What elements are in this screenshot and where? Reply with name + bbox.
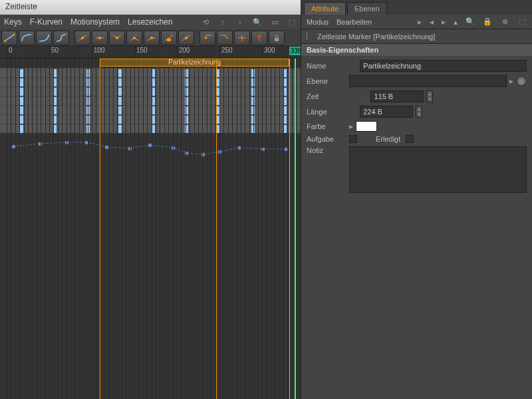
svg-point-5 [133,37,136,39]
menu-bookmarks[interactable]: Lesezeichen [128,17,172,27]
tool-ease[interactable] [53,31,69,45]
menu-bearbeiten[interactable]: Bearbeiten [336,18,372,26]
tab-ebenen[interactable]: Ebenen [347,2,387,15]
right-icon[interactable]: › [235,17,245,27]
spinner-zeit[interactable]: ▲▼ [426,90,433,102]
nav-back-icon[interactable]: ◂ [430,17,434,27]
input-ebene[interactable] [349,75,507,87]
tool-tangent-3[interactable] [109,31,125,45]
ruler-tick: 200 [177,47,190,59]
playhead-label[interactable]: 338 [289,47,301,55]
tool-snap-2[interactable] [217,31,233,45]
ebene-picker-icon[interactable]: ▸ [509,76,513,86]
ruler-tick: 0 [7,47,13,59]
keyframe[interactable] [152,116,155,124]
label-laenge: Länge [307,108,346,116]
tool-ease-in[interactable] [19,31,35,45]
section-basic-props[interactable]: Basis-Eigenschaften [301,44,532,56]
spinner-laenge[interactable]: ▲▼ [416,106,422,118]
color-swatch[interactable] [356,121,377,132]
nav-up-icon[interactable]: ▴ [454,17,458,27]
attr-dock-icon[interactable]: ⬚ [517,17,527,27]
timeline-area[interactable]: Partikelzeichnung [0,59,301,399]
search-icon[interactable]: 🔍 [253,17,262,27]
input-laenge[interactable] [360,106,413,118]
attribute-panel: Attribute Ebenen Modus Bearbeiten ▸ ◂ ▸ … [301,0,532,399]
label-notiz: Notiz [307,146,346,154]
ruler-tick: 300 [262,47,275,59]
timeline-menu-bar: Keys F-Kurven Motionsystem Lesezeichen ⟲… [0,15,301,29]
maximize-icon[interactable]: ⬚ [287,17,297,27]
menu-modus[interactable]: Modus [307,18,329,26]
attr-lock-icon[interactable]: 🔒 [483,17,492,27]
label-erledigt: Erledigt [376,135,400,143]
tool-arrow-up[interactable] [251,31,267,45]
up-icon[interactable]: ↑ [218,17,227,27]
checkbox-erledigt[interactable] [406,135,414,143]
keyframe[interactable] [152,106,155,114]
ruler-tick: 100 [92,47,105,59]
tool-linear[interactable] [1,31,17,45]
ruler-tick: 250 [219,47,233,59]
svg-point-4 [116,37,118,39]
keyframe[interactable] [20,106,23,114]
keyframe[interactable] [20,97,23,105]
dock-icon[interactable]: ▭ [270,17,279,27]
tool-tangent-7[interactable] [178,31,194,45]
menu-motion[interactable]: Motionsystem [70,17,120,27]
farbe-picker-icon[interactable]: ▸ [349,122,353,131]
marker-cursor-line[interactable] [216,59,217,399]
menu-keys[interactable]: Keys [4,17,22,27]
keyframe[interactable] [152,88,155,96]
tool-snap-1[interactable] [200,31,215,45]
tool-tangent-2[interactable] [92,31,108,45]
attr-search-icon[interactable]: 🔍 [466,17,475,27]
keyframe[interactable] [20,69,23,77]
tab-bar: Attribute Ebenen [301,0,532,15]
tool-lock[interactable] [269,31,285,45]
keyframe[interactable] [20,88,23,96]
timeline-ruler[interactable]: 050100150200250300338 [0,47,301,59]
checkbox-aufgabe[interactable] [349,135,357,143]
label-aufgabe: Aufgabe [307,135,346,143]
marker-icon: ⎸ [307,32,313,41]
playhead-line[interactable] [295,59,296,399]
attr-new-icon[interactable]: ⊕ [500,17,509,27]
textarea-notiz[interactable] [349,146,527,193]
tool-tangent-6[interactable] [161,31,177,45]
tab-attribute[interactable]: Attribute [304,2,346,15]
ruler-tick: 150 [134,47,148,59]
keyframe[interactable] [152,78,155,86]
ruler-tick: 50 [49,47,59,59]
marker-edge-line[interactable] [289,59,290,399]
nav-play-icon[interactable]: ▸ [418,17,422,27]
marker-region[interactable]: Partikelzeichnung [100,59,289,66]
keyframe[interactable] [20,78,23,86]
keyframe[interactable] [152,125,155,133]
marker-edge-line[interactable] [100,59,100,399]
toolbar [0,29,301,47]
tool-snap-3[interactable] [234,31,250,45]
label-name: Name [307,62,346,70]
keyframe[interactable] [20,116,23,124]
menu-fcurves[interactable]: F-Kurven [30,17,63,27]
tool-tangent-5[interactable] [144,31,160,45]
attr-object-header: ⎸ Zeitleiste Marker [Partikelzeichnung] [301,29,532,44]
refresh-icon[interactable]: ⟲ [201,17,210,27]
input-name[interactable] [360,60,527,72]
ebene-target-icon[interactable]: ◎ [516,76,527,86]
keyframe[interactable] [152,97,155,105]
svg-point-8 [185,37,188,39]
input-zeit[interactable] [370,90,424,102]
svg-point-2 [81,37,84,39]
nav-fwd-icon[interactable]: ▸ [442,17,446,27]
tool-tangent-1[interactable] [74,31,90,45]
curve-keyframe[interactable] [105,146,108,149]
keyframe[interactable] [20,125,23,133]
tool-tangent-4[interactable] [126,31,142,45]
label-ebene: Ebene [307,77,346,85]
label-farbe: Farbe [307,122,346,130]
tool-ease-out[interactable] [36,31,52,45]
keyframe[interactable] [152,69,155,77]
label-zeit: Zeit [307,92,346,100]
